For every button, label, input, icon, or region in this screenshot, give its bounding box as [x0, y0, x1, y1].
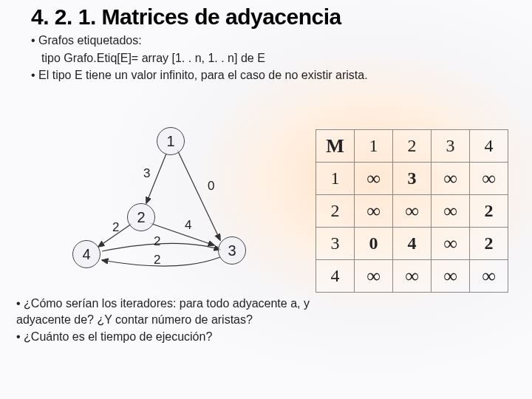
matrix-rowhead-4: 4	[316, 260, 355, 293]
matrix-row-4: 4 ∞ ∞ ∞ ∞	[316, 260, 508, 293]
weight-3-4: 2	[154, 234, 160, 249]
matrix-cell: 2	[470, 228, 508, 260]
matrix-cell: 3	[393, 163, 432, 195]
matrix-header-row: M 1 2 3 4	[316, 130, 508, 163]
weight-2-4: 2	[112, 220, 119, 235]
graph-diagram: 1 2 3 4 3 0 4 2 2 2	[66, 126, 273, 281]
question-1a: ¿Cómo serían los iteradores:	[24, 297, 180, 310]
matrix-cell: ∞	[432, 163, 470, 195]
matrix-row-2: 2 ∞ ∞ ∞ 2	[316, 195, 508, 228]
matrix-rowhead-1: 1	[316, 163, 355, 195]
weight-1-3: 0	[208, 179, 214, 194]
matrix-header-M: M	[316, 130, 355, 163]
matrix-cell: 0	[355, 228, 393, 260]
weight-2-3: 4	[185, 218, 191, 233]
matrix-header-1: 1	[355, 130, 393, 163]
matrix-cell: ∞	[355, 163, 393, 195]
matrix-cell: ∞	[393, 195, 432, 228]
matrix-cell: ∞	[432, 228, 470, 260]
weight-4-3: 2	[154, 253, 160, 267]
top-bullets: Grafos etiquetados: tipo Grafo.Etiq[E]= …	[0, 30, 532, 83]
bullet-1: Grafos etiquetados:	[31, 33, 510, 49]
slide-title: 4. 2. 1. Matrices de adyacencia	[0, 0, 532, 30]
matrix-cell: ∞	[432, 260, 470, 293]
matrix-row-1: 1 ∞ 3 ∞ ∞	[316, 163, 508, 195]
matrix-cell: ∞	[355, 260, 393, 293]
node-1: 1	[157, 127, 185, 155]
bottom-bullets: ¿Cómo serían los iteradores: para todo a…	[16, 296, 312, 347]
matrix-cell: ∞	[393, 260, 432, 293]
matrix-cell: ∞	[432, 195, 470, 228]
weight-1-2: 3	[143, 166, 150, 181]
matrix-row-3: 3 0 4 ∞ 2	[316, 228, 508, 260]
question-2: ¿Cuánto es el tiempo de ejecución?	[16, 329, 312, 345]
matrix-cell: 2	[470, 195, 508, 228]
adjacency-matrix: M 1 2 3 4 1 ∞ 3 ∞ ∞ 2 ∞ ∞ ∞ 2 3 0 4 ∞ 2 …	[316, 129, 508, 293]
matrix-rowhead-3: 3	[316, 228, 355, 260]
matrix-cell: ∞	[470, 163, 508, 195]
svg-line-1	[177, 150, 220, 240]
node-3: 3	[218, 236, 246, 265]
matrix-cell: ∞	[470, 260, 508, 293]
matrix-header-2: 2	[393, 130, 432, 163]
matrix-rowhead-2: 2	[316, 195, 355, 228]
matrix-header-3: 3	[432, 130, 470, 163]
node-2: 2	[127, 203, 155, 231]
bullet-1-sub: tipo Grafo.Etiq[E]= array [1. . n, 1. . …	[31, 50, 510, 66]
matrix-header-4: 4	[470, 130, 508, 163]
node-4: 4	[72, 240, 100, 268]
bullet-2: El tipo E tiene un valor infinito, para …	[31, 67, 510, 83]
matrix-cell: ∞	[355, 195, 393, 228]
matrix-cell: 4	[393, 228, 432, 260]
question-1: ¿Cómo serían los iteradores: para todo a…	[16, 296, 312, 327]
